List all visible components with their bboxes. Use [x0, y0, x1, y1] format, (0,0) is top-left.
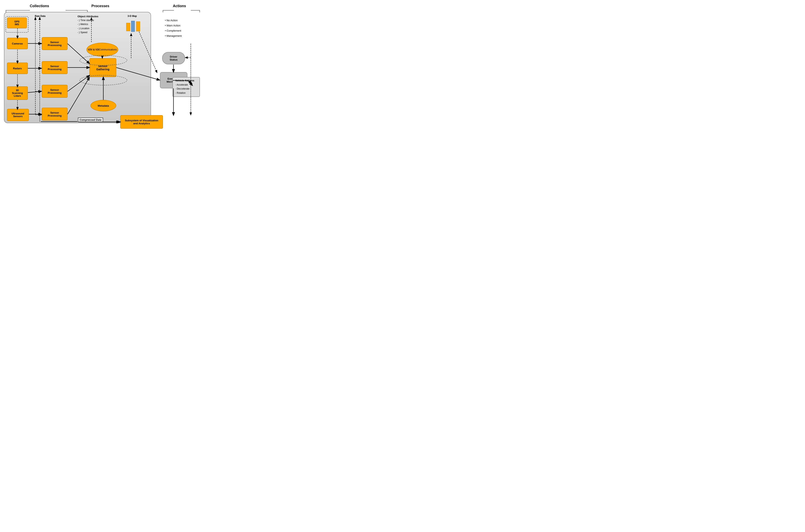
- actions-header: Actions: [173, 4, 186, 8]
- processes-header: Processes: [91, 4, 109, 8]
- compressed-data-label: Compressed Data: [78, 117, 103, 122]
- map-3d-label: 3-D Map: [128, 15, 137, 18]
- v2v-ellipse: V2V & V2ICommunications: [87, 43, 118, 57]
- lidars-box: 3DScanningLidars: [7, 87, 28, 100]
- metadata-ellipse: Metadata: [90, 100, 116, 111]
- diagram-container: Collections Processes Actions Raw Data G…: [0, 0, 201, 133]
- ultrasound-box: UltrasoundSensors: [7, 109, 29, 121]
- sensor-processing-3: SensorProcessing: [42, 85, 68, 98]
- map-rect-2: [131, 21, 135, 32]
- map-rect-3: [136, 21, 140, 31]
- object-attributes-title: Object Attributes: [77, 15, 98, 18]
- sensor-processing-2: SensorProcessing: [42, 61, 68, 74]
- cameras-box: Cameras: [7, 38, 28, 49]
- dashed-ellipse-bottom: [79, 75, 127, 86]
- object-attributes-list: - ) Time stamps - ) Metrics - ) Location…: [77, 18, 94, 35]
- radars-box: Radars: [7, 62, 28, 74]
- map-rect-1: [126, 23, 130, 31]
- sensor-processing-1: SensorProcessing: [42, 37, 68, 50]
- raw-data-label: Raw Data: [35, 15, 45, 18]
- subsystem-box: Subsystem of Visualizationand Analytics: [120, 115, 163, 129]
- collections-header: Collections: [30, 4, 49, 8]
- actions-list: • No Action • Warn Action • Complement •…: [165, 18, 182, 39]
- sensor-processing-4: SensorProcessing: [42, 108, 68, 120]
- gps-ims-box: GPSIMS: [7, 18, 27, 28]
- driver-status-box: DriverStatus: [162, 52, 185, 64]
- vehicle-actions-box: Vehicle Actions - Accelerate- Deccelerat…: [172, 77, 200, 97]
- dashed-ellipse-top: [79, 55, 127, 65]
